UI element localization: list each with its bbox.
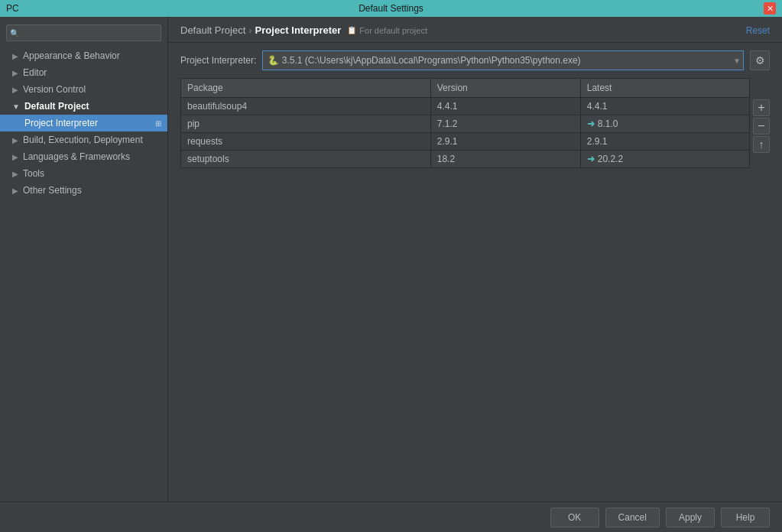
sidebar-item-label: Build, Execution, Deployment — [23, 135, 143, 145]
breadcrumb: Default Project › Project Interpreter 📋 … — [180, 24, 427, 36]
content-header: Default Project › Project Interpreter 📋 … — [168, 17, 782, 43]
sidebar-item-default-project[interactable]: ▼ Default Project — [0, 98, 167, 115]
interpreter-row: Project Interpreter: 🐍 3.5.1 (C:\Users\k… — [168, 43, 782, 78]
sidebar-item-label: Version Control — [23, 84, 86, 95]
sidebar-item-build-execution-deployment[interactable]: ▶ Build, Execution, Deployment — [0, 131, 167, 148]
package-latest: 4.4.1 — [580, 98, 749, 115]
arrow-icon: ▼ — [12, 102, 20, 111]
title-bar: PC Default Settings ✕ — [0, 0, 782, 17]
table-header-row: Package Version Latest — [181, 79, 750, 98]
package-table: Package Version Latest beautifulsoup44.4… — [180, 78, 750, 168]
sidebar: 🔍 ▶ Appearance & Behavior ▶ Editor ▶ Ver… — [0, 17, 168, 501]
col-version: Version — [430, 79, 580, 98]
sidebar-item-appearance-behavior[interactable]: ▶ Appearance & Behavior — [0, 47, 167, 64]
search-box[interactable]: 🔍 — [6, 24, 161, 41]
apply-button[interactable]: Apply — [666, 508, 715, 527]
table-side-buttons: + − ↑ — [753, 78, 770, 168]
package-name: setuptools — [181, 151, 431, 168]
breadcrumb-current: Project Interpreter — [255, 24, 342, 36]
arrow-icon: ▶ — [12, 136, 18, 144]
package-latest: ➜20.2.2 — [580, 151, 749, 168]
title-bar-center: Default Settings — [0, 3, 782, 14]
interpreter-select-wrap: 🐍 3.5.1 (C:\Users\kj\AppData\Local\Progr… — [262, 50, 744, 70]
main-layout: 🔍 ▶ Appearance & Behavior ▶ Editor ▶ Ver… — [0, 17, 782, 501]
table-row[interactable]: setuptools18.2➜20.2.2 — [181, 151, 750, 168]
app-icon: PC — [6, 3, 19, 14]
window-title: Default Settings — [359, 3, 423, 14]
content: Default Project › Project Interpreter 📋 … — [168, 17, 782, 501]
sidebar-item-editor[interactable]: ▶ Editor — [0, 64, 167, 81]
sidebar-item-other-settings[interactable]: ▶ Other Settings — [0, 182, 167, 199]
table-container: Package Version Latest beautifulsoup44.4… — [168, 78, 782, 168]
sidebar-item-label: Tools — [23, 168, 44, 179]
settings-icon: ⊞ — [155, 119, 161, 128]
breadcrumb-icon: 📋 — [347, 26, 356, 34]
add-package-button[interactable]: + — [753, 99, 770, 116]
arrow-icon: ▶ — [12, 170, 18, 178]
interpreter-label: Project Interpreter: — [180, 55, 256, 66]
package-version: 18.2 — [430, 151, 580, 168]
package-name: requests — [181, 133, 431, 151]
table-row[interactable]: requests2.9.12.9.1 — [181, 133, 750, 151]
reset-button[interactable]: Reset — [746, 25, 770, 36]
package-latest: ➜8.1.0 — [580, 115, 749, 133]
remove-package-button[interactable]: − — [753, 118, 770, 135]
close-button[interactable]: ✕ — [764, 2, 776, 15]
breadcrumb-sub: For default project — [359, 26, 427, 35]
arrow-icon: ▶ — [12, 69, 18, 77]
sidebar-item-project-interpreter[interactable]: Project Interpreter ⊞ — [0, 115, 167, 131]
upgrade-arrow-icon: ➜ — [587, 154, 595, 164]
search-icon: 🔍 — [10, 29, 19, 37]
sidebar-item-languages-frameworks[interactable]: ▶ Languages & Frameworks — [0, 148, 167, 165]
breadcrumb-separator: › — [248, 24, 251, 36]
arrow-icon: ▶ — [12, 153, 18, 161]
ok-button[interactable]: OK — [550, 508, 599, 527]
sidebar-item-version-control[interactable]: ▶ Version Control — [0, 81, 167, 98]
breadcrumb-parent: Default Project — [180, 24, 245, 36]
interpreter-settings-button[interactable]: ⚙ — [750, 50, 770, 70]
table-row[interactable]: beautifulsoup44.4.14.4.1 — [181, 98, 750, 115]
package-version: 4.4.1 — [430, 98, 580, 115]
upgrade-package-button[interactable]: ↑ — [753, 136, 770, 153]
table-row[interactable]: pip7.1.2➜8.1.0 — [181, 115, 750, 133]
title-bar-left: PC — [6, 3, 19, 14]
sidebar-item-label: Appearance & Behavior — [23, 50, 120, 61]
col-package: Package — [181, 79, 431, 98]
sidebar-item-label: Project Interpreter — [24, 118, 98, 128]
search-input[interactable] — [6, 24, 161, 41]
package-version: 7.1.2 — [430, 115, 580, 133]
sidebar-item-tools[interactable]: ▶ Tools — [0, 165, 167, 182]
upgrade-arrow-icon: ➜ — [587, 118, 595, 129]
cancel-button[interactable]: Cancel — [605, 508, 660, 527]
package-name: pip — [181, 115, 431, 133]
arrow-icon: ▶ — [12, 52, 18, 60]
interpreter-select[interactable]: 🐍 3.5.1 (C:\Users\kj\AppData\Local\Progr… — [262, 50, 744, 70]
package-latest: 2.9.1 — [580, 133, 749, 151]
sidebar-item-label: Other Settings — [23, 185, 82, 196]
sidebar-item-label: Editor — [23, 67, 47, 78]
col-latest: Latest — [580, 79, 749, 98]
package-name: beautifulsoup4 — [181, 98, 431, 115]
sidebar-item-label: Default Project — [24, 101, 89, 112]
bottom-bar: OK Cancel Apply Help — [0, 501, 782, 532]
arrow-icon: ▶ — [12, 86, 18, 94]
sidebar-item-label: Languages & Frameworks — [23, 151, 130, 162]
help-button[interactable]: Help — [721, 508, 770, 527]
package-version: 2.9.1 — [430, 133, 580, 151]
arrow-icon: ▶ — [12, 187, 18, 195]
